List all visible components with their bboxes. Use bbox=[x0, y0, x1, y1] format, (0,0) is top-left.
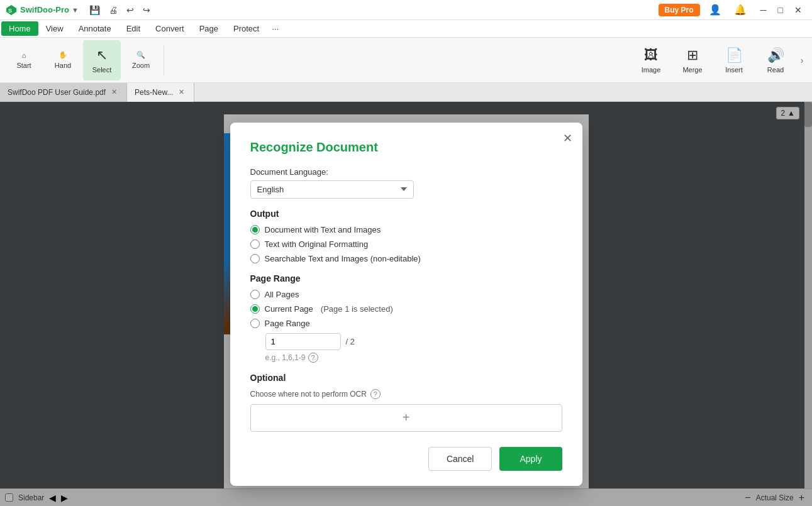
menu-item-annotate[interactable]: Annotate bbox=[71, 21, 119, 36]
notification-icon[interactable]: 🔔 bbox=[730, 3, 750, 17]
svg-text:S: S bbox=[8, 8, 12, 14]
insert-tool-button[interactable]: 📄 Insert bbox=[714, 40, 754, 80]
page-range-radio-current[interactable] bbox=[250, 304, 260, 314]
output-radio-searchable-text[interactable] bbox=[250, 254, 260, 263]
page-range-label-current: Current Page bbox=[265, 304, 313, 314]
page-range-option-range[interactable]: Page Range bbox=[250, 319, 562, 328]
optional-section: Optional Choose where not to perform OCR… bbox=[250, 373, 562, 432]
tab-close-1[interactable]: ✕ bbox=[109, 87, 119, 97]
output-radio-group: Document with Text and Images Text with … bbox=[250, 225, 562, 263]
optional-section-title: Optional bbox=[250, 373, 562, 383]
page-hint: e.g., 1,6,1-9 ? bbox=[265, 353, 562, 363]
toolbar-separator bbox=[164, 45, 164, 75]
print-button[interactable]: 🖨 bbox=[106, 4, 121, 16]
menu-item-view[interactable]: View bbox=[38, 21, 71, 36]
zoom-tool-button[interactable]: 🔍 Zoom bbox=[122, 40, 160, 80]
merge-label: Merge bbox=[682, 66, 702, 74]
menu-item-convert[interactable]: Convert bbox=[148, 21, 192, 36]
app-name: SwifDoo-Pro bbox=[20, 5, 69, 14]
insert-icon: 📄 bbox=[726, 47, 743, 63]
image-tool-button[interactable]: 🖼 Image bbox=[631, 40, 671, 80]
menubar: Home View Annotate Edit Convert Page Pro… bbox=[0, 20, 812, 38]
ocr-hint: Choose where not to perform OCR ? bbox=[250, 389, 562, 399]
hand-tool-button[interactable]: ✋ Hand bbox=[44, 40, 82, 80]
page-range-radio-all[interactable] bbox=[250, 290, 260, 299]
menu-item-protect[interactable]: Protect bbox=[226, 21, 267, 36]
merge-icon: ⊞ bbox=[687, 47, 698, 63]
insert-label: Insert bbox=[725, 66, 743, 74]
output-option-text-original[interactable]: Text with Original Formatting bbox=[250, 239, 562, 249]
minimize-button[interactable]: ─ bbox=[755, 4, 772, 16]
output-option-searchable-text[interactable]: Searchable Text and Images (non-editable… bbox=[250, 254, 562, 263]
main-area: 2 ▲ الصح فوائ لا شيء يضالو غيرالمشروط, ص… bbox=[0, 102, 812, 506]
output-label-text-original: Text with Original Formatting bbox=[265, 239, 369, 249]
menu-item-edit[interactable]: Edit bbox=[119, 21, 148, 36]
start-tool-button[interactable]: ⌂ Start bbox=[5, 40, 43, 80]
page-range-input-row: / 2 bbox=[265, 333, 562, 350]
select-tool-button[interactable]: ↖ Select bbox=[83, 40, 121, 80]
page-range-input-field[interactable] bbox=[265, 333, 341, 350]
redo-button[interactable]: ↪ bbox=[140, 4, 153, 16]
read-tool-button[interactable]: 🔊 Read bbox=[755, 40, 796, 80]
page-range-option-all[interactable]: All Pages bbox=[250, 290, 562, 299]
undo-button[interactable]: ↩ bbox=[123, 4, 137, 16]
tab-close-2[interactable]: ✕ bbox=[177, 87, 186, 97]
output-radio-text-original[interactable] bbox=[250, 239, 260, 249]
output-option-doc-text-images[interactable]: Document with Text and Images bbox=[250, 225, 562, 234]
ocr-add-icon: + bbox=[403, 410, 410, 425]
start-label: Start bbox=[16, 62, 31, 69]
output-label-searchable-text: Searchable Text and Images (non-editable… bbox=[265, 254, 421, 263]
ocr-hint-text: Choose where not to perform OCR bbox=[250, 390, 367, 399]
page-range-label-all: All Pages bbox=[265, 290, 299, 299]
titlebar-file-actions: 💾 🖨 ↩ ↪ bbox=[86, 4, 153, 16]
tab-label-2: Pets-New... bbox=[135, 88, 173, 97]
image-icon: 🖼 bbox=[644, 47, 658, 63]
read-icon: 🔊 bbox=[767, 47, 784, 63]
page-range-section-title: Page Range bbox=[250, 273, 562, 283]
page-range-radio-range[interactable] bbox=[250, 319, 260, 328]
tab-pets-new[interactable]: Pets-New... ✕ bbox=[127, 83, 194, 102]
page-hint-text: e.g., 1,6,1-9 bbox=[265, 353, 306, 362]
tab-swiftdoo-guide[interactable]: SwifDoo PDF User Guide.pdf ✕ bbox=[0, 83, 127, 102]
ocr-add-region-button[interactable]: + bbox=[250, 404, 562, 432]
language-select[interactable]: English Arabic Chinese French German Spa… bbox=[250, 180, 414, 199]
menu-item-page[interactable]: Page bbox=[192, 21, 226, 36]
apply-button[interactable]: Apply bbox=[499, 447, 562, 471]
menu-item-home[interactable]: Home bbox=[1, 21, 38, 36]
modal-overlay: Recognize Document ✕ Document Language: … bbox=[0, 102, 812, 506]
modal-close-button[interactable]: ✕ bbox=[563, 131, 572, 145]
read-label: Read bbox=[767, 66, 784, 74]
output-section-title: Output bbox=[250, 209, 562, 219]
app-dropdown-icon[interactable]: ▼ bbox=[72, 6, 79, 14]
hand-icon: ✋ bbox=[58, 51, 67, 59]
select-icon: ↖ bbox=[96, 47, 108, 63]
zoom-icon: 🔍 bbox=[136, 51, 145, 59]
select-label: Select bbox=[92, 66, 112, 74]
page-range-option-current[interactable]: Current Page (Page 1 is selected) bbox=[250, 304, 562, 314]
output-radio-doc-text-images[interactable] bbox=[250, 225, 260, 234]
close-button[interactable]: ✕ bbox=[789, 4, 807, 16]
page-range-radio-group: All Pages Current Page (Page 1 is select… bbox=[250, 290, 562, 328]
modal-title: Recognize Document bbox=[250, 140, 562, 155]
user-icon[interactable]: 👤 bbox=[705, 3, 725, 17]
modal-footer: Cancel Apply bbox=[250, 447, 562, 471]
language-label: Document Language: bbox=[250, 167, 562, 177]
page-range-label-range: Page Range bbox=[265, 319, 310, 328]
toolbar-expand-icon[interactable]: › bbox=[797, 40, 807, 80]
hand-label: Hand bbox=[55, 62, 71, 69]
image-label: Image bbox=[642, 66, 661, 74]
ocr-hint-help-icon[interactable]: ? bbox=[370, 389, 381, 399]
merge-tool-button[interactable]: ⊞ Merge bbox=[672, 40, 713, 80]
buy-pro-button[interactable]: Buy Pro bbox=[659, 4, 700, 16]
recognize-document-modal: Recognize Document ✕ Document Language: … bbox=[230, 123, 582, 486]
tab-label-1: SwifDoo PDF User Guide.pdf bbox=[8, 88, 106, 97]
page-range-current-note: (Page 1 is selected) bbox=[321, 304, 393, 314]
start-icon: ⌂ bbox=[22, 52, 26, 59]
app-logo: S SwifDoo-Pro ▼ bbox=[5, 4, 79, 16]
menu-more[interactable]: ··· bbox=[267, 21, 284, 36]
cancel-button[interactable]: Cancel bbox=[428, 447, 492, 471]
maximize-button[interactable]: □ bbox=[773, 4, 788, 16]
window-controls: ─ □ ✕ bbox=[755, 4, 807, 16]
page-hint-help-icon[interactable]: ? bbox=[308, 353, 318, 363]
save-button[interactable]: 💾 bbox=[86, 4, 103, 16]
